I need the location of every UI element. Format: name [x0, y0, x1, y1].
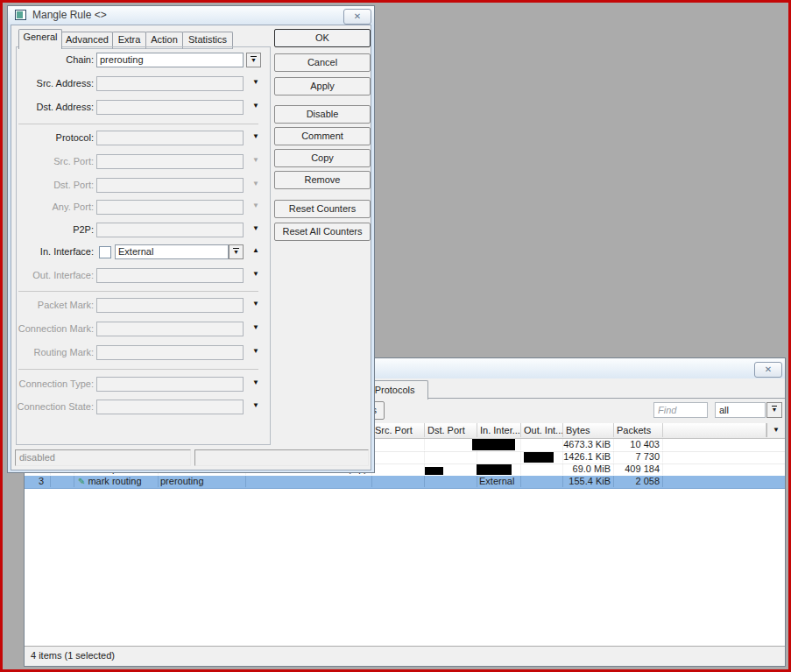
- find-input[interactable]: [653, 402, 708, 418]
- cell-chain: prerouting: [159, 476, 246, 487]
- cell-src-port: [372, 476, 425, 487]
- chevron-down-icon: ▼: [773, 426, 780, 434]
- cell-action: ✎mark routing: [74, 476, 159, 487]
- dialog-content: General Advanced Extra Action Statistics…: [11, 25, 371, 470]
- col-packets[interactable]: Packets: [614, 423, 663, 437]
- drop-list-icon: ▼: [772, 406, 778, 413]
- col-bytes[interactable]: Bytes: [563, 423, 614, 437]
- cell-dst-port: [425, 476, 477, 487]
- cell-in-interface: External: [477, 476, 521, 487]
- screenshot-frame: ✕ 7 Protocols s all ▼ Src. Port Dst. Por…: [0, 0, 791, 672]
- comment-button[interactable]: Comment: [274, 127, 371, 145]
- cell-src-port: [372, 463, 425, 475]
- cell-bytes: 69.0 MiB: [563, 463, 614, 475]
- cell-in-interface: [477, 451, 521, 463]
- cell-out-interface: [521, 463, 563, 475]
- general-tab-pane: [16, 46, 271, 445]
- redaction-box: [472, 439, 515, 450]
- close-icon: ✕: [354, 11, 361, 21]
- ok-button[interactable]: OK: [274, 29, 371, 47]
- tab-general[interactable]: General: [18, 29, 62, 49]
- disable-button[interactable]: Disable: [274, 105, 371, 124]
- col-in-interface[interactable]: In. Inter...: [477, 423, 521, 437]
- col-out-interface[interactable]: Out. Int...: [521, 423, 563, 437]
- mangle-rule-icon: [15, 10, 26, 20]
- reset-all-counters-button[interactable]: Reset All Counters: [274, 223, 371, 241]
- redaction-box: [477, 464, 512, 475]
- apply-button[interactable]: Apply: [274, 77, 371, 95]
- cell-packets: 7 730: [614, 451, 663, 463]
- cell-bytes: 1426.1 KiB: [563, 451, 614, 463]
- dialog-titlebar[interactable]: Mangle Rule <> ✕: [8, 6, 374, 25]
- cell-packets: 10 403: [614, 439, 663, 450]
- reset-counters-button[interactable]: Reset Counters: [274, 200, 371, 218]
- cell-dst-port: [425, 451, 477, 463]
- remove-button[interactable]: Remove: [274, 171, 371, 189]
- close-icon: ✕: [765, 364, 772, 374]
- copy-button[interactable]: Copy: [274, 149, 371, 167]
- col-extra[interactable]: [663, 423, 766, 437]
- redaction-box: [524, 452, 554, 463]
- dialog-title: Mangle Rule <>: [32, 9, 107, 21]
- cell-bytes: 4673.3 KiB: [563, 439, 614, 450]
- pencil-icon: ✎: [78, 477, 85, 486]
- header-dropdown-button[interactable]: ▼: [766, 423, 785, 437]
- cancel-button[interactable]: Cancel: [274, 53, 371, 72]
- cell-out-interface: [521, 439, 563, 450]
- window-close-button[interactable]: ✕: [754, 362, 782, 378]
- cell-src-port: [372, 439, 425, 450]
- cell-flags: [51, 476, 74, 487]
- cell-packets: 409 184: [614, 463, 663, 475]
- status-bar: 4 items (1 selected): [25, 646, 785, 666]
- cell-protocol: [328, 476, 372, 487]
- dialog-status-disabled: disabled: [15, 449, 191, 466]
- cell-dst-port: [425, 439, 477, 450]
- cell-num: 3: [25, 476, 51, 487]
- table-row-selected[interactable]: 3 ✎mark routing prerouting External 155.…: [25, 476, 785, 489]
- dialog-close-button[interactable]: ✕: [343, 9, 371, 25]
- cell-out-interface: [521, 476, 563, 487]
- col-src-port[interactable]: Src. Port: [372, 423, 425, 437]
- redaction-box: [425, 467, 443, 475]
- dialog-status-extra: [194, 449, 369, 466]
- mangle-rule-dialog: Mangle Rule <> ✕ General Advanced Extra …: [7, 5, 375, 473]
- cell-packets: 2 058: [614, 476, 663, 487]
- cell-src-port: [372, 451, 425, 463]
- col-dst-port[interactable]: Dst. Port: [425, 423, 477, 437]
- cell-bytes: 155.4 KiB: [563, 476, 614, 487]
- filter-select[interactable]: all: [715, 402, 766, 418]
- filter-dropdown-button[interactable]: ▼: [766, 402, 782, 418]
